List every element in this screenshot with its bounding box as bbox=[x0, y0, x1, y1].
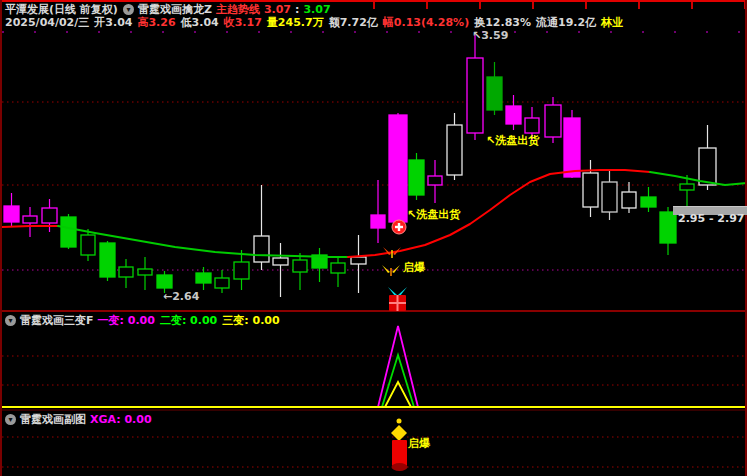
annotation-ignite-label-main: 启爆 bbox=[403, 262, 425, 274]
header-line1: 平潭发展(日线 前复权)▾雷霆戏画擒龙Z主趋势线3.07:3.07 bbox=[5, 3, 331, 16]
quote-field-2: 高3.26 bbox=[137, 16, 175, 29]
candle-body bbox=[467, 58, 483, 133]
candle-body bbox=[157, 275, 172, 288]
gift-bow-icon bbox=[398, 287, 407, 296]
candle-body bbox=[351, 257, 366, 264]
candle-body bbox=[61, 217, 76, 247]
main-chart-canvas[interactable] bbox=[0, 0, 747, 476]
chevron-down-icon: ▾ bbox=[5, 414, 16, 425]
quote-bar: 2025/04/02/三开3.04高3.26低3.04收3.17量245.7万额… bbox=[5, 16, 628, 29]
panel2-field-2: 三变: 0.00 bbox=[222, 314, 279, 327]
candle-body bbox=[331, 263, 345, 273]
trend-line bbox=[2, 226, 58, 227]
annotation-high-label: ↖3.59 bbox=[472, 30, 508, 42]
indicator-name-panel2[interactable]: 雷霆戏画三变F bbox=[20, 314, 94, 327]
candle-body bbox=[487, 77, 502, 110]
candle-body bbox=[273, 258, 288, 265]
indicator-name-main[interactable]: 雷霆戏画擒龙Z bbox=[138, 3, 212, 16]
stock-chart-window: 平潭发展(日线 前复权)▾雷霆戏画擒龙Z主趋势线3.07:3.07 2025/0… bbox=[0, 0, 747, 476]
annotation-washout-label-2: ↖洗盘出货 bbox=[407, 209, 460, 221]
quote-field-4: 收3.17 bbox=[224, 16, 262, 29]
quote-field-5: 量245.7万 bbox=[267, 16, 324, 29]
candle-body bbox=[138, 269, 152, 275]
quote-field-10: 林业 bbox=[601, 16, 623, 29]
chevron-down-icon: ▾ bbox=[5, 315, 16, 326]
trend-close-value: 3.07 bbox=[303, 3, 330, 16]
annotation-low-label: ←2.64 bbox=[163, 291, 199, 303]
candle-body bbox=[506, 106, 521, 124]
butterfly-icon bbox=[382, 265, 390, 273]
candle-body bbox=[602, 182, 617, 212]
candle-body bbox=[196, 273, 211, 283]
candle-body bbox=[389, 115, 407, 222]
panel2-field-0: 一变: 0.00 bbox=[98, 314, 155, 327]
candle-body bbox=[81, 235, 95, 255]
panel3-values: XGA: 0.00 bbox=[90, 413, 157, 426]
candle-body bbox=[641, 197, 656, 207]
stock-title: 平潭发展(日线 前复权) bbox=[5, 3, 118, 16]
butterfly-icon bbox=[392, 273, 398, 279]
quote-field-1: 开3.04 bbox=[94, 16, 132, 29]
annotation-ignite-label-sub: 启爆 bbox=[408, 438, 430, 450]
panel3-field-0: XGA: 0.00 bbox=[90, 413, 152, 426]
butterfly-icon bbox=[385, 255, 391, 261]
candle-body bbox=[23, 216, 37, 223]
quote-field-9: 流通19.2亿 bbox=[536, 16, 596, 29]
chevron-down-icon: ▾ bbox=[123, 4, 134, 15]
candle-body bbox=[699, 148, 716, 185]
butterfly-icon bbox=[384, 273, 390, 279]
candle-body bbox=[293, 260, 307, 272]
quote-field-7: 幅0.13(4.28%) bbox=[383, 16, 469, 29]
candle-body bbox=[42, 208, 57, 223]
candle-body bbox=[215, 278, 229, 288]
candle-body bbox=[371, 215, 385, 228]
quote-field-6: 额7.72亿 bbox=[329, 16, 378, 29]
candle-body bbox=[100, 243, 115, 277]
trend-line-label: 主趋势线 bbox=[216, 3, 260, 16]
annotation-washout-label-1: ↖洗盘出货 bbox=[486, 135, 539, 147]
firecracker-icon bbox=[397, 419, 402, 424]
candle-body bbox=[545, 105, 561, 137]
candle-body bbox=[622, 192, 636, 208]
collapse-icon-main[interactable]: ▾ bbox=[123, 4, 134, 15]
indicator-name-panel3[interactable]: 雷霆戏画副图 bbox=[20, 413, 86, 426]
candle-body bbox=[4, 206, 19, 222]
candle-body bbox=[583, 173, 598, 207]
collapse-icon-panel3[interactable]: ▾ bbox=[5, 414, 16, 425]
candle-body bbox=[409, 160, 424, 195]
panel2-field-1: 二变: 0.00 bbox=[160, 314, 217, 327]
panel2-values: 一变: 0.00二变: 0.00三变: 0.00 bbox=[98, 314, 285, 327]
butterfly-icon bbox=[392, 265, 400, 273]
spike-triangle bbox=[378, 326, 418, 407]
trend-separator: : bbox=[295, 3, 299, 16]
candle-body bbox=[680, 184, 694, 190]
quote-field-0: 2025/04/02/三 bbox=[5, 16, 89, 29]
panel3-header: ▾雷霆戏画副图XGA: 0.00 bbox=[4, 413, 157, 426]
candle-body bbox=[119, 267, 133, 277]
candle-body bbox=[447, 125, 462, 175]
candle-body bbox=[660, 212, 676, 243]
candle-body bbox=[254, 236, 269, 262]
quote-field-8: 换12.83% bbox=[474, 16, 531, 29]
annotation-price-range-label: 2.95 - 2.97 bbox=[678, 213, 745, 225]
collapse-icon-panel2[interactable]: ▾ bbox=[5, 315, 16, 326]
butterfly-icon bbox=[393, 255, 399, 261]
candle-body bbox=[525, 118, 539, 133]
firecracker-icon bbox=[391, 425, 407, 441]
gift-bow-icon bbox=[388, 287, 397, 296]
candle-body bbox=[428, 176, 442, 185]
panel2-header: ▾雷霆戏画三变F一变: 0.00二变: 0.00三变: 0.00 bbox=[4, 314, 285, 327]
trend-open-value: 3.07 bbox=[264, 3, 291, 16]
candle-body bbox=[564, 118, 580, 177]
firecracker-icon bbox=[392, 440, 407, 466]
candle-body bbox=[234, 262, 249, 279]
quote-field-3: 低3.04 bbox=[181, 16, 219, 29]
